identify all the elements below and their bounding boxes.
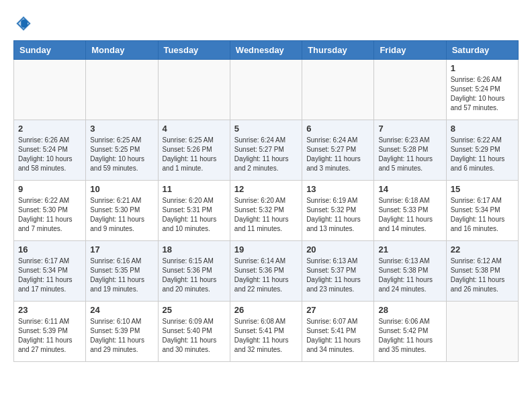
- day-number: 22: [451, 244, 514, 255]
- calendar-cell: 24Sunrise: 6:10 AM Sunset: 5:39 PM Dayli…: [86, 302, 158, 362]
- day-number: 17: [90, 244, 153, 255]
- calendar-cell: 11Sunrise: 6:20 AM Sunset: 5:31 PM Dayli…: [158, 181, 230, 241]
- calendar-cell: 1Sunrise: 6:26 AM Sunset: 5:24 PM Daylig…: [446, 60, 518, 120]
- day-number: 10: [90, 184, 153, 194]
- calendar-cell: 27Sunrise: 6:07 AM Sunset: 5:41 PM Dayli…: [302, 302, 374, 362]
- calendar-header: SundayMondayTuesdayWednesdayThursdayFrid…: [14, 41, 519, 60]
- header-cell-tuesday: Tuesday: [158, 41, 230, 60]
- calendar-cell: [86, 60, 158, 120]
- calendar-cell: 6Sunrise: 6:24 AM Sunset: 5:27 PM Daylig…: [302, 120, 374, 181]
- day-info: Sunrise: 6:12 AM Sunset: 5:38 PM Dayligh…: [451, 257, 514, 294]
- day-number: 25: [163, 305, 226, 315]
- day-number: 13: [306, 184, 369, 194]
- day-info: Sunrise: 6:13 AM Sunset: 5:37 PM Dayligh…: [306, 257, 369, 294]
- calendar: SundayMondayTuesdayWednesdayThursdayFrid…: [13, 40, 519, 362]
- calendar-cell: 26Sunrise: 6:08 AM Sunset: 5:41 PM Dayli…: [230, 302, 302, 362]
- calendar-cell: 23Sunrise: 6:11 AM Sunset: 5:39 PM Dayli…: [14, 302, 86, 362]
- day-number: 8: [451, 124, 514, 134]
- day-info: Sunrise: 6:10 AM Sunset: 5:39 PM Dayligh…: [90, 317, 153, 355]
- day-number: 21: [378, 244, 441, 255]
- day-number: 11: [163, 184, 226, 194]
- day-number: 23: [18, 305, 81, 315]
- day-number: 3: [90, 124, 153, 134]
- day-number: 9: [18, 184, 81, 194]
- day-number: 19: [234, 244, 298, 255]
- day-number: 27: [306, 305, 369, 315]
- day-number: 24: [90, 305, 153, 315]
- calendar-cell: [374, 60, 446, 120]
- day-info: Sunrise: 6:17 AM Sunset: 5:34 PM Dayligh…: [451, 196, 514, 234]
- header-cell-saturday: Saturday: [446, 41, 518, 60]
- day-info: Sunrise: 6:22 AM Sunset: 5:29 PM Dayligh…: [451, 136, 514, 173]
- day-info: Sunrise: 6:26 AM Sunset: 5:24 PM Dayligh…: [18, 136, 81, 173]
- day-info: Sunrise: 6:26 AM Sunset: 5:24 PM Dayligh…: [451, 75, 514, 113]
- calendar-cell: 5Sunrise: 6:24 AM Sunset: 5:27 PM Daylig…: [230, 120, 302, 181]
- day-info: Sunrise: 6:22 AM Sunset: 5:30 PM Dayligh…: [18, 196, 81, 234]
- day-info: Sunrise: 6:06 AM Sunset: 5:42 PM Dayligh…: [378, 317, 441, 355]
- calendar-cell: 18Sunrise: 6:15 AM Sunset: 5:36 PM Dayli…: [158, 241, 230, 302]
- calendar-cell: 16Sunrise: 6:17 AM Sunset: 5:34 PM Dayli…: [14, 241, 86, 302]
- calendar-cell: 28Sunrise: 6:06 AM Sunset: 5:42 PM Dayli…: [374, 302, 446, 362]
- day-info: Sunrise: 6:18 AM Sunset: 5:33 PM Dayligh…: [378, 196, 441, 234]
- calendar-cell: 22Sunrise: 6:12 AM Sunset: 5:38 PM Dayli…: [446, 241, 518, 302]
- calendar-cell: [158, 60, 230, 120]
- calendar-cell: 7Sunrise: 6:23 AM Sunset: 5:28 PM Daylig…: [374, 120, 446, 181]
- calendar-row: 2Sunrise: 6:26 AM Sunset: 5:24 PM Daylig…: [14, 120, 519, 181]
- calendar-row: 9Sunrise: 6:22 AM Sunset: 5:30 PM Daylig…: [14, 181, 519, 241]
- day-number: 16: [18, 244, 81, 255]
- header-cell-wednesday: Wednesday: [230, 41, 302, 60]
- day-info: Sunrise: 6:21 AM Sunset: 5:30 PM Dayligh…: [90, 196, 153, 234]
- calendar-cell: 13Sunrise: 6:19 AM Sunset: 5:32 PM Dayli…: [302, 181, 374, 241]
- calendar-row: 16Sunrise: 6:17 AM Sunset: 5:34 PM Dayli…: [14, 241, 519, 302]
- day-info: Sunrise: 6:07 AM Sunset: 5:41 PM Dayligh…: [306, 317, 369, 355]
- day-number: 28: [378, 305, 441, 315]
- day-info: Sunrise: 6:13 AM Sunset: 5:38 PM Dayligh…: [378, 257, 441, 294]
- header-cell-thursday: Thursday: [302, 41, 374, 60]
- day-number: 18: [163, 244, 226, 255]
- day-info: Sunrise: 6:25 AM Sunset: 5:25 PM Dayligh…: [90, 136, 153, 173]
- calendar-cell: 9Sunrise: 6:22 AM Sunset: 5:30 PM Daylig…: [14, 181, 86, 241]
- calendar-cell: [302, 60, 374, 120]
- calendar-cell: 20Sunrise: 6:13 AM Sunset: 5:37 PM Dayli…: [302, 241, 374, 302]
- calendar-cell: [230, 60, 302, 120]
- calendar-cell: 2Sunrise: 6:26 AM Sunset: 5:24 PM Daylig…: [14, 120, 86, 181]
- day-info: Sunrise: 6:17 AM Sunset: 5:34 PM Dayligh…: [18, 257, 81, 294]
- calendar-row: 1Sunrise: 6:26 AM Sunset: 5:24 PM Daylig…: [14, 60, 519, 120]
- calendar-cell: 15Sunrise: 6:17 AM Sunset: 5:34 PM Dayli…: [446, 181, 518, 241]
- header-cell-monday: Monday: [86, 41, 158, 60]
- calendar-cell: 21Sunrise: 6:13 AM Sunset: 5:38 PM Dayli…: [374, 241, 446, 302]
- day-info: Sunrise: 6:25 AM Sunset: 5:26 PM Dayligh…: [163, 136, 226, 173]
- day-info: Sunrise: 6:08 AM Sunset: 5:41 PM Dayligh…: [234, 317, 298, 355]
- calendar-cell: 14Sunrise: 6:18 AM Sunset: 5:33 PM Dayli…: [374, 181, 446, 241]
- calendar-cell: 17Sunrise: 6:16 AM Sunset: 5:35 PM Dayli…: [86, 241, 158, 302]
- day-number: 26: [234, 305, 298, 315]
- calendar-cell: 3Sunrise: 6:25 AM Sunset: 5:25 PM Daylig…: [86, 120, 158, 181]
- day-number: 20: [306, 244, 369, 255]
- day-info: Sunrise: 6:19 AM Sunset: 5:32 PM Dayligh…: [306, 196, 369, 234]
- day-info: Sunrise: 6:23 AM Sunset: 5:28 PM Dayligh…: [378, 136, 441, 173]
- day-number: 12: [234, 184, 298, 194]
- day-number: 15: [451, 184, 514, 194]
- day-number: 4: [163, 124, 226, 134]
- header-row: SundayMondayTuesdayWednesdayThursdayFrid…: [14, 41, 519, 60]
- calendar-cell: 19Sunrise: 6:14 AM Sunset: 5:36 PM Dayli…: [230, 241, 302, 302]
- day-info: Sunrise: 6:20 AM Sunset: 5:31 PM Dayligh…: [163, 196, 226, 234]
- logo: [13, 13, 36, 34]
- calendar-cell: 25Sunrise: 6:09 AM Sunset: 5:40 PM Dayli…: [158, 302, 230, 362]
- day-number: 14: [378, 184, 441, 194]
- header: [13, 13, 519, 34]
- calendar-cell: 8Sunrise: 6:22 AM Sunset: 5:29 PM Daylig…: [446, 120, 518, 181]
- calendar-body: 1Sunrise: 6:26 AM Sunset: 5:24 PM Daylig…: [14, 60, 519, 362]
- calendar-cell: [14, 60, 86, 120]
- day-info: Sunrise: 6:24 AM Sunset: 5:27 PM Dayligh…: [306, 136, 369, 173]
- day-info: Sunrise: 6:16 AM Sunset: 5:35 PM Dayligh…: [90, 257, 153, 294]
- day-number: 7: [378, 124, 441, 134]
- day-info: Sunrise: 6:11 AM Sunset: 5:39 PM Dayligh…: [18, 317, 81, 355]
- day-info: Sunrise: 6:20 AM Sunset: 5:32 PM Dayligh…: [234, 196, 298, 234]
- header-cell-friday: Friday: [374, 41, 446, 60]
- calendar-cell: [446, 302, 518, 362]
- calendar-row: 23Sunrise: 6:11 AM Sunset: 5:39 PM Dayli…: [14, 302, 519, 362]
- day-info: Sunrise: 6:24 AM Sunset: 5:27 PM Dayligh…: [234, 136, 298, 173]
- calendar-cell: 10Sunrise: 6:21 AM Sunset: 5:30 PM Dayli…: [86, 181, 158, 241]
- day-info: Sunrise: 6:09 AM Sunset: 5:40 PM Dayligh…: [163, 317, 226, 355]
